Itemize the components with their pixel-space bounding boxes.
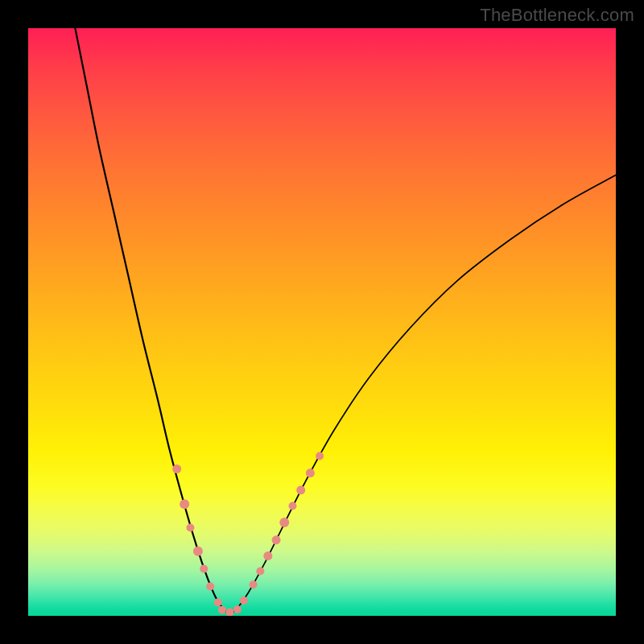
- marker-left-4: [200, 565, 208, 573]
- marker-left-1: [180, 499, 189, 509]
- marker-right-9: [316, 452, 324, 460]
- marker-right-4: [272, 535, 281, 544]
- marker-left-5: [206, 583, 214, 591]
- curve-right-branch: [229, 175, 616, 614]
- marker-left-3: [193, 547, 203, 556]
- marker-right-3: [263, 551, 272, 560]
- marker-right-1: [250, 580, 258, 588]
- marker-left-0: [172, 464, 181, 473]
- marker-left-2: [186, 524, 194, 532]
- marker-right-8: [306, 469, 315, 477]
- plot-area: [28, 28, 616, 616]
- curve-left-branch: [75, 28, 229, 614]
- chart-svg: [28, 28, 616, 616]
- marker-right-6: [289, 502, 297, 510]
- marker-bottom-2: [233, 605, 242, 613]
- marker-group: [172, 452, 324, 616]
- marker-right-7: [296, 485, 305, 494]
- marker-bottom-1: [225, 609, 233, 616]
- marker-left-6: [214, 598, 222, 606]
- marker-right-5: [279, 518, 289, 527]
- marker-right-2: [256, 568, 264, 576]
- marker-bottom-0: [218, 606, 226, 614]
- chart-frame: TheBottleneck.com: [0, 0, 644, 644]
- marker-right-0: [240, 597, 248, 605]
- watermark-text: TheBottleneck.com: [480, 5, 634, 26]
